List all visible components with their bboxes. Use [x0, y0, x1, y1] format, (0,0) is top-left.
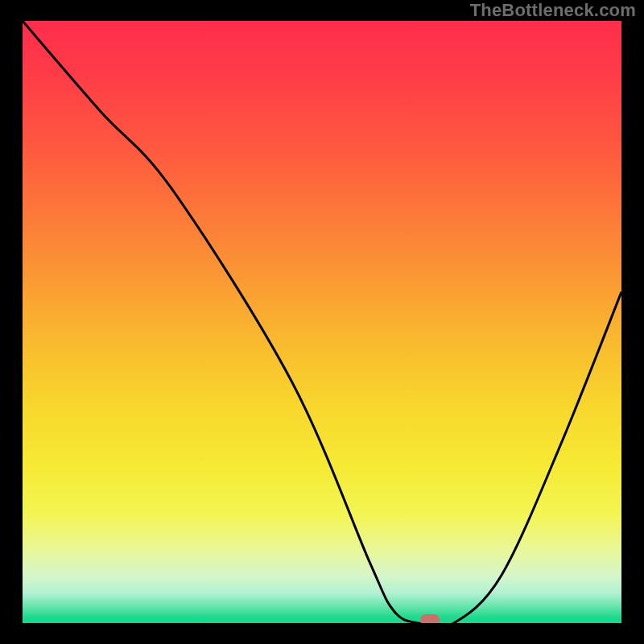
watermark-text: TheBottleneck.com — [470, 0, 636, 21]
bottleneck-curve — [23, 21, 621, 623]
optimal-point-marker — [420, 614, 440, 623]
plot-area — [23, 21, 621, 623]
curve-layer — [23, 21, 621, 623]
chart-frame: TheBottleneck.com — [0, 0, 644, 644]
